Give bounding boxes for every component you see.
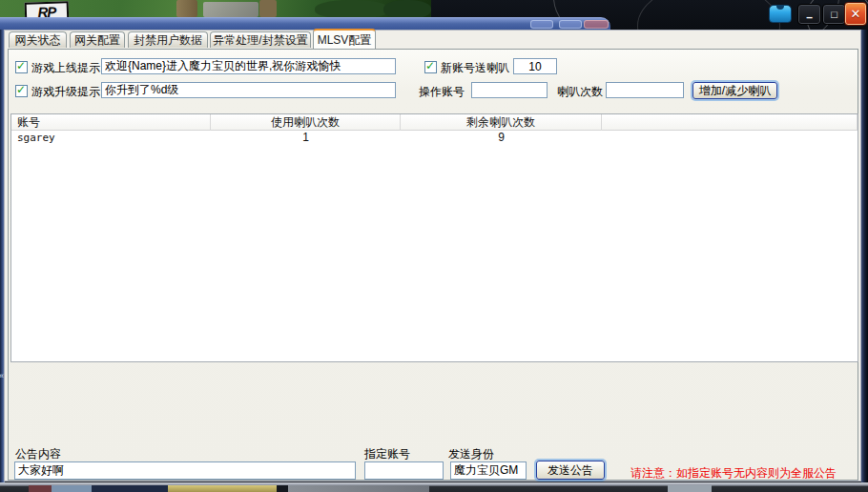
cell-empty — [602, 131, 858, 146]
operate-account-input[interactable] — [471, 82, 548, 98]
bg-toolbar-segment — [168, 485, 277, 492]
bg-toolbar-segment — [92, 485, 168, 492]
announcement-content-input[interactable] — [14, 461, 356, 480]
upgrade-prompt-checkbox[interactable]: ✓ — [15, 85, 28, 97]
send-identity-label: 发送身份 — [448, 447, 494, 461]
game-scene-bush — [315, 0, 389, 19]
new-account-horn-input[interactable] — [513, 58, 557, 74]
tab-exception-ban[interactable]: 异常处理/封禁设置 — [210, 31, 311, 48]
cell-used: 1 — [211, 131, 401, 146]
decor-curve — [637, 0, 780, 30]
maximize-icon: □ — [823, 5, 845, 24]
background-bottom-strip — [0, 482, 868, 492]
column-header-used[interactable]: 使用喇叭次数 — [211, 114, 401, 131]
new-account-horn-label: 新账号送喇叭 — [441, 61, 509, 75]
horn-count-input[interactable] — [606, 82, 684, 98]
send-identity-input[interactable] — [450, 461, 527, 480]
bg-toolbar-segment — [29, 485, 52, 492]
cell-account: sgarey — [11, 131, 211, 146]
bg-maximize-button[interactable]: □ — [822, 4, 846, 25]
column-header-remaining[interactable]: 剩余喇叭次数 — [401, 114, 602, 131]
bg-toolbar-segment — [277, 485, 288, 492]
online-prompt-checkbox[interactable]: ✓ — [15, 61, 28, 73]
online-prompt-input[interactable] — [101, 58, 396, 74]
app-minimize-button[interactable] — [530, 20, 553, 29]
horn-count-label: 喇叭次数 — [557, 85, 603, 99]
upgrade-prompt-input[interactable] — [101, 82, 396, 98]
app-maximize-button[interactable] — [559, 20, 582, 29]
new-account-horn-checkbox[interactable]: ✓ — [424, 61, 437, 73]
check-icon: ✓ — [16, 83, 26, 96]
game-scene-slab — [203, 2, 258, 17]
mlsv-config-panel: ✓ 游戏上线提示 ✓ 新账号送喇叭 ✓ 游戏升级提示 操作账号 喇叭次数 增加/… — [8, 49, 858, 481]
adjust-horn-button[interactable]: 增加/减少喇叭 — [692, 82, 777, 99]
cell-remaining: 9 — [401, 131, 602, 146]
bg-toolbar-segment — [288, 485, 429, 492]
close-icon: ✕ — [845, 3, 866, 25]
column-header-account[interactable]: 账号 — [11, 114, 211, 131]
target-account-label: 指定账号 — [364, 447, 410, 461]
game-scene-log — [259, 0, 277, 17]
app-close-button[interactable] — [584, 20, 609, 29]
online-prompt-label: 游戏上线提示 — [31, 61, 100, 75]
bg-minimize-button[interactable]: – — [797, 4, 821, 25]
table-row[interactable]: sgarey 1 9 — [11, 131, 858, 146]
screen: RP – □ ✕ « 网关状态 网关配置 封禁用户数据 异常处理/封禁设置 ML… — [0, 0, 868, 492]
tab-banned-users[interactable]: 封禁用户数据 — [128, 31, 208, 48]
tab-gateway-status[interactable]: 网关状态 — [9, 31, 67, 48]
bg-toolbar-segment — [52, 485, 92, 492]
app-window: 网关状态 网关配置 封禁用户数据 异常处理/封禁设置 MLSV配置 ✓ 游戏上线… — [4, 30, 861, 482]
operate-account-label: 操作账号 — [419, 85, 465, 99]
horn-table: 账号 使用喇叭次数 剩余喇叭次数 sgarey 1 9 — [10, 113, 858, 362]
bg-toolbar-segment — [668, 485, 712, 492]
check-icon: ✓ — [16, 59, 26, 72]
game-scene-log — [176, 0, 197, 17]
column-header-empty — [602, 114, 858, 131]
announcement-content-label: 公告内容 — [15, 447, 61, 461]
game-scene-bush — [383, 0, 431, 19]
tab-gateway-config[interactable]: 网关配置 — [70, 31, 125, 48]
upgrade-prompt-label: 游戏升级提示 — [31, 85, 100, 99]
target-account-input[interactable] — [364, 461, 444, 480]
app-titlebar[interactable] — [0, 17, 610, 30]
horn-table-header: 账号 使用喇叭次数 剩余喇叭次数 — [11, 114, 858, 131]
announcement-notice: 请注意：如指定账号无内容则为全服公告 — [630, 465, 837, 482]
shirt-icon[interactable] — [769, 5, 792, 23]
background-right-edge — [861, 30, 868, 484]
check-icon: ✓ — [425, 59, 435, 72]
tab-mlsv-config[interactable]: MLSV配置 — [313, 29, 376, 49]
bg-close-button[interactable]: ✕ — [844, 2, 867, 26]
send-announcement-button[interactable]: 发送公告 — [536, 461, 605, 480]
shirt-icon-collar — [776, 5, 784, 10]
minimize-icon: – — [798, 5, 820, 30]
